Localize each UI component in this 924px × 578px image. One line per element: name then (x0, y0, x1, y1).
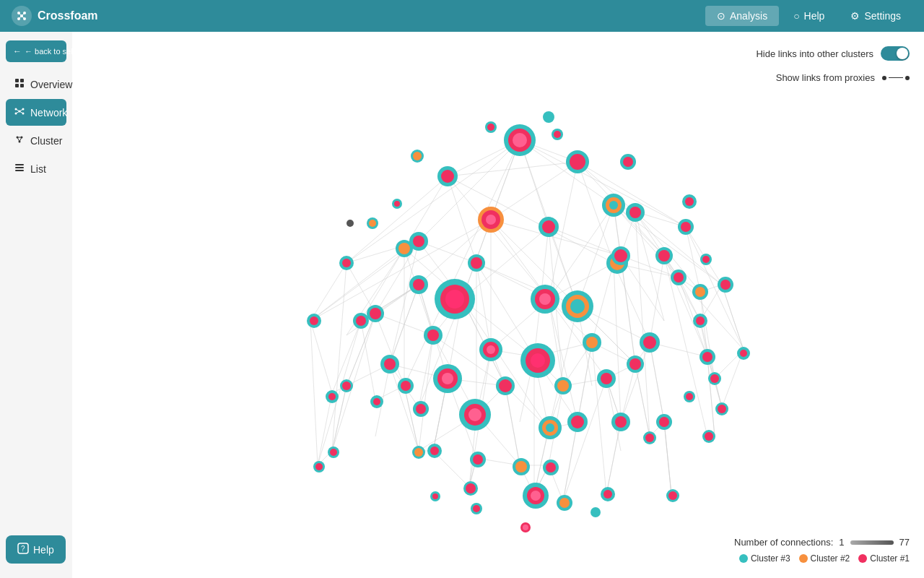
svg-point-337 (384, 358, 396, 370)
analysis-button[interactable]: ⊙ Analysis (705, 6, 779, 26)
toggle-knob (897, 48, 908, 59)
topnav-buttons: ⊙ Analysis ○ Help ⚙ Settings (705, 6, 912, 26)
svg-point-295 (445, 290, 464, 309)
proxy-line (889, 77, 903, 78)
svg-point-331 (586, 337, 598, 348)
svg-point-288 (471, 257, 482, 269)
help-nav-icon: ○ (793, 10, 799, 22)
svg-point-257 (570, 154, 585, 170)
svg-point-327 (531, 353, 545, 368)
svg-point-350 (601, 373, 612, 384)
svg-point-346 (499, 379, 512, 392)
svg-point-407 (523, 525, 528, 530)
sidebar-item-overview[interactable]: Overview (6, 71, 66, 98)
connections-min: 1 (839, 537, 844, 548)
svg-rect-31 (72, 32, 924, 578)
show-proxies-row: Show links from proxies (756, 72, 910, 83)
svg-point-352 (629, 358, 641, 370)
svg-point-413 (369, 220, 376, 227)
top-navigation: Crossfoam ⊙ Analysis ○ Help ⚙ Settings (0, 0, 924, 32)
svg-point-411 (686, 393, 693, 400)
svg-point-376 (718, 405, 726, 413)
cluster-legend: Cluster #3 Cluster #2 Cluster #1 (734, 553, 910, 564)
svg-point-321 (427, 329, 439, 341)
svg-point-341 (401, 381, 411, 391)
svg-line-8 (22, 16, 25, 19)
svg-point-362 (416, 404, 426, 414)
svg-rect-30 (15, 170, 24, 171)
svg-point-282 (681, 222, 691, 232)
svg-rect-9 (15, 79, 19, 82)
svg-point-368 (546, 423, 554, 432)
logo-icon (12, 6, 32, 26)
svg-point-273 (486, 215, 496, 225)
cluster-3-dot (739, 554, 748, 563)
svg-point-306 (695, 287, 705, 297)
svg-line-21 (19, 111, 23, 113)
analysis-icon: ⊙ (717, 10, 725, 22)
svg-line-20 (16, 111, 19, 113)
bottom-legend: Number of connections: 1 77 Cluster #3 C… (734, 537, 910, 564)
svg-point-280 (609, 201, 618, 210)
app-name: Crossfoam (38, 9, 98, 22)
connections-row: Number of connections: 1 77 (734, 537, 910, 548)
settings-label: Settings (864, 10, 901, 22)
svg-point-372 (659, 417, 669, 427)
svg-line-19 (19, 109, 23, 111)
proxy-dot-1 (882, 76, 886, 80)
hide-links-toggle[interactable] (881, 46, 910, 61)
svg-rect-10 (20, 79, 24, 82)
cluster-1-label: Cluster #1 (870, 553, 910, 564)
svg-rect-11 (15, 84, 19, 87)
svg-point-308 (310, 316, 318, 325)
svg-point-339 (342, 381, 351, 390)
hide-links-row: Hide links into other clusters (756, 46, 910, 61)
svg-point-421 (593, 509, 598, 515)
svg-point-380 (414, 448, 423, 457)
analysis-label: Analysis (730, 10, 767, 22)
settings-button[interactable]: ⚙ Settings (839, 6, 912, 26)
overview-label: Overview (30, 79, 72, 90)
svg-point-324 (487, 345, 495, 354)
cluster-3-item: Cluster #3 (739, 553, 790, 564)
list-icon (14, 163, 25, 175)
sidebar: ← ← back to selection Overview (0, 32, 72, 578)
sidebar-item-list[interactable]: List (6, 155, 66, 182)
list-label: List (30, 163, 46, 175)
svg-line-26 (19, 137, 22, 142)
main-area: ← ← back to selection Overview (0, 32, 924, 578)
svg-point-290 (629, 207, 641, 218)
svg-point-335 (740, 350, 747, 357)
connections-range[interactable] (850, 540, 894, 545)
svg-point-261 (623, 157, 633, 167)
svg-point-333 (702, 352, 712, 362)
sidebar-item-network[interactable]: Network (6, 99, 66, 126)
svg-point-386 (515, 461, 527, 473)
svg-point-374 (571, 415, 584, 428)
back-icon: ← (13, 46, 22, 56)
svg-point-392 (705, 432, 713, 441)
help-button[interactable]: ? Help (6, 535, 66, 564)
network-graph[interactable] (72, 32, 924, 578)
cluster-3-label: Cluster #3 (751, 553, 790, 564)
svg-point-292 (720, 280, 731, 290)
svg-point-267 (487, 124, 494, 131)
connections-max: 77 (899, 537, 910, 548)
svg-point-388 (546, 462, 556, 473)
svg-point-319 (356, 316, 366, 326)
back-to-selection-button[interactable]: ← ← back to selection (6, 40, 66, 62)
network-label: Network (30, 107, 67, 118)
svg-line-18 (16, 109, 19, 111)
help-nav-button[interactable]: ○ Help (782, 6, 836, 26)
svg-point-255 (513, 133, 527, 147)
cluster-icon (14, 134, 25, 147)
svg-point-277 (413, 236, 424, 247)
connections-label: Number of connections: (734, 537, 833, 548)
svg-point-401 (559, 498, 570, 508)
sidebar-item-cluster[interactable]: Cluster (6, 127, 66, 154)
svg-line-7 (19, 16, 22, 19)
svg-point-384 (473, 454, 483, 465)
cluster-2-label: Cluster #2 (811, 553, 850, 564)
svg-line-27 (17, 137, 19, 142)
app-logo: Crossfoam (12, 6, 98, 26)
